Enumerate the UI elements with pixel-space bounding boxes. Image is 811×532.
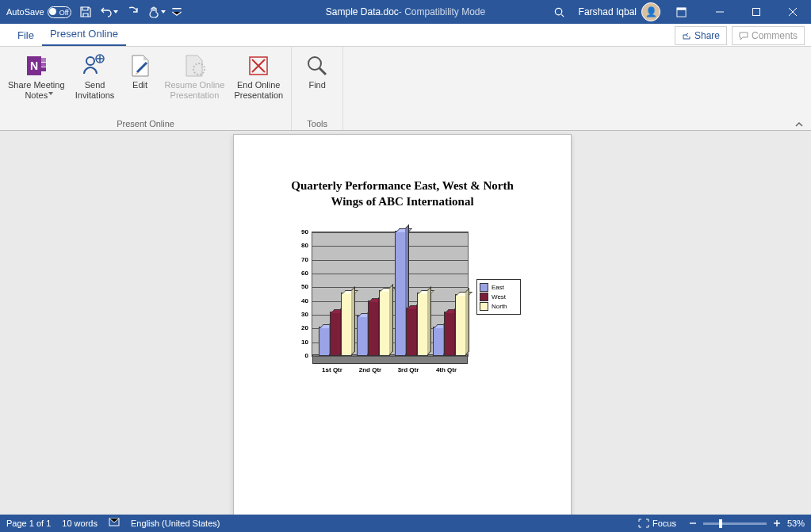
chevron-down-icon	[161, 10, 166, 13]
autosave-toggle[interactable]: AutoSave Off	[6, 6, 71, 18]
status-bar: Page 1 of 1 10 words English (United Sta…	[0, 515, 811, 532]
find-icon	[304, 53, 330, 78]
ribbon-display-options-button[interactable]	[670, 0, 692, 24]
toggle-off-icon: Off	[48, 6, 71, 18]
comment-icon	[739, 31, 748, 40]
share-button[interactable]: Share	[675, 26, 727, 45]
avatar: 👤	[641, 2, 660, 21]
focus-label: Focus	[652, 519, 676, 528]
share-notes-label: Share Meeting Notes	[8, 80, 65, 101]
collapse-ribbon-button[interactable]	[792, 119, 806, 130]
chart-xlabel: 1st Qtr	[315, 366, 350, 373]
chart-ytick: 30	[293, 311, 308, 318]
legend-item: East	[480, 283, 518, 292]
zoom-level[interactable]: 53%	[787, 519, 805, 528]
chart-ytick: 50	[293, 283, 308, 290]
group-label-present: Present Online	[117, 117, 174, 131]
zoom-in-button[interactable]	[771, 518, 782, 529]
chart-ytick: 40	[293, 297, 308, 304]
chart-bar	[417, 293, 428, 356]
resume-presentation-icon	[182, 53, 207, 78]
edit-button[interactable]: Edit	[121, 50, 160, 117]
maximize-button[interactable]	[738, 0, 775, 24]
user-name: Farshad Iqbal	[579, 6, 637, 17]
chevron-down-icon	[113, 10, 118, 13]
title-bar: AutoSave Off Sample Data.doc - Compatibi…	[0, 0, 811, 24]
resume-label: Resume Online Presentation	[165, 80, 225, 101]
chart-ytick: 10	[293, 339, 308, 346]
chart-bar	[455, 294, 466, 356]
ribbon: N Share Meeting Notes Send Invitations E…	[0, 47, 811, 132]
document-page: Quarterly Performance East, West & North…	[233, 134, 572, 515]
share-meeting-notes-button[interactable]: N Share Meeting Notes	[3, 50, 70, 117]
save-icon	[79, 6, 92, 18]
legend-label: West	[492, 293, 506, 300]
find-label: Find	[308, 80, 325, 90]
svg-point-0	[555, 8, 561, 14]
save-button[interactable]	[76, 2, 95, 21]
end-presentation-icon	[246, 53, 271, 78]
autosave-label: AutoSave	[6, 7, 44, 17]
hand-icon	[147, 6, 160, 18]
search-button[interactable]	[550, 2, 569, 21]
chart-bar	[357, 316, 368, 356]
chart-xlabel: 3rd Qtr	[391, 366, 426, 373]
comments-label: Comments	[752, 30, 798, 41]
minus-icon	[689, 519, 697, 527]
minimize-button[interactable]	[702, 0, 738, 24]
redo-icon	[127, 6, 140, 18]
comments-button[interactable]: Comments	[732, 26, 805, 45]
focus-mode-button[interactable]: Focus	[638, 519, 676, 528]
close-button[interactable]	[775, 0, 811, 24]
chart-bar	[406, 308, 417, 356]
chart-bar	[319, 327, 330, 356]
language-status[interactable]: English (United States)	[131, 519, 220, 528]
customize-qat-button[interactable]	[171, 2, 182, 21]
end-presentation-button[interactable]: End Online Presentation	[229, 50, 288, 117]
page-status[interactable]: Page 1 of 1	[6, 519, 51, 528]
legend-swatch	[480, 283, 488, 292]
send-inv-label: Send Invitations	[75, 80, 115, 101]
chart-bar	[444, 312, 455, 356]
svg-rect-7	[41, 67, 46, 71]
legend-item: West	[480, 293, 518, 301]
zoom-controls: 53%	[687, 518, 805, 529]
chart-ytick: 20	[293, 324, 308, 331]
minimize-icon	[715, 7, 725, 17]
word-count[interactable]: 10 words	[62, 519, 98, 528]
svg-point-9	[86, 57, 94, 65]
chart-ytick: 60	[293, 270, 308, 277]
svg-rect-5	[41, 58, 46, 62]
chart: EastWestNorth 01020304050607080901st Qtr…	[293, 232, 526, 377]
find-button[interactable]: Find	[295, 50, 339, 117]
chart-legend: EastWestNorth	[476, 279, 521, 315]
touch-mode-button[interactable]	[147, 2, 166, 21]
chart-bar	[433, 327, 444, 356]
legend-swatch	[480, 302, 488, 311]
tab-present-online[interactable]: Present Online	[42, 23, 126, 46]
resume-presentation-button: Resume Online Presentation	[160, 50, 230, 117]
svg-rect-6	[41, 63, 46, 67]
send-invitations-icon	[82, 53, 108, 78]
chart-bar	[341, 293, 352, 356]
search-icon	[553, 6, 565, 18]
share-label: Share	[694, 30, 720, 41]
tab-file[interactable]: File	[10, 25, 42, 46]
notes-button[interactable]	[109, 518, 120, 529]
legend-swatch	[480, 293, 488, 301]
send-invitations-button[interactable]: Send Invitations	[70, 50, 121, 117]
onenote-icon: N	[24, 53, 49, 78]
redo-button[interactable]	[124, 2, 143, 21]
chevron-up-icon	[794, 121, 804, 128]
chart-xlabel: 2nd Qtr	[353, 366, 388, 373]
focus-icon	[638, 519, 649, 528]
notes-icon	[109, 518, 120, 527]
account-button[interactable]: Farshad Iqbal 👤	[579, 2, 660, 21]
document-workspace[interactable]: Quarterly Performance East, West & North…	[0, 130, 811, 515]
zoom-slider[interactable]	[703, 522, 767, 525]
undo-button[interactable]	[100, 2, 119, 21]
legend-label: North	[492, 303, 507, 310]
ribbon-tabs: File Present Online Share Comments	[0, 24, 811, 47]
chart-ytick: 90	[293, 228, 308, 235]
zoom-out-button[interactable]	[687, 518, 698, 529]
